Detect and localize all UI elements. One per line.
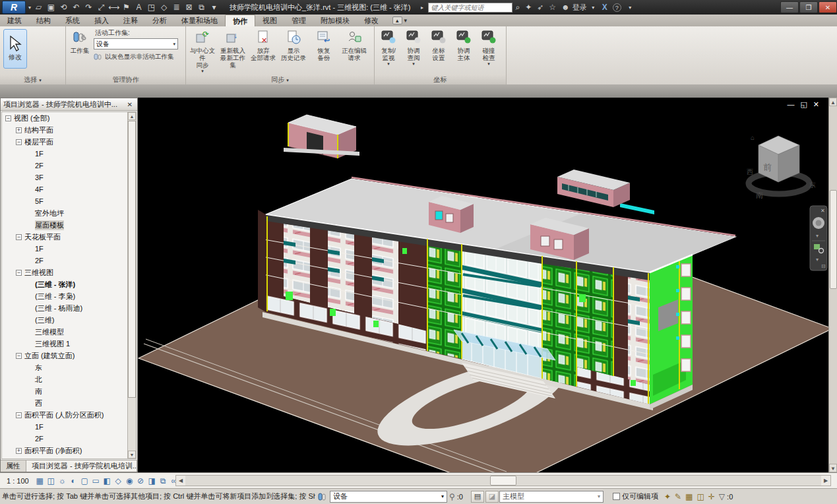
app-menu-button[interactable]: R [2, 1, 26, 14]
sync-panel-label[interactable]: 同步 ▾ [186, 75, 374, 84]
visual-style-icon[interactable]: ◫ [46, 476, 57, 486]
crop-region-icon[interactable]: ▭ [90, 476, 102, 486]
modify-button[interactable]: 修改 [3, 29, 27, 69]
tree-item[interactable]: 1F [2, 421, 136, 433]
tree-item[interactable]: (三维 - 李枭) [2, 290, 136, 302]
sign-in-arrow[interactable]: ▾ [587, 1, 600, 13]
tree-expander[interactable]: − [16, 270, 22, 276]
project-browser-tree[interactable]: −视图 (全部)+结构平面−楼层平面1F2F3F4F5F室外地坪屋面楼板−天花板… [1, 111, 137, 459]
select-panel-label[interactable]: 选择 ▾ [0, 75, 65, 84]
editing-requests-icon[interactable]: ⚲ [449, 492, 455, 501]
browser-tab-properties[interactable]: 属性 [1, 460, 26, 472]
window-close-button[interactable]: ✕ [819, 1, 837, 13]
open-file-icon[interactable]: ▱ [32, 1, 45, 13]
reveal-hidden-icon[interactable]: ◉ [124, 476, 135, 486]
sync-button-4[interactable]: ↩恢复 备份 [309, 26, 339, 74]
favorites-icon[interactable]: ☆ [549, 3, 556, 12]
help-arrow[interactable]: ▾ [624, 1, 636, 13]
user-icon[interactable]: ☻ [561, 3, 570, 12]
default-3d-view-icon[interactable]: ◳ [145, 1, 158, 13]
coord-button-1[interactable]: 协调 查阅▾ [401, 26, 426, 67]
app-menu-arrow[interactable]: ▾ [27, 1, 32, 13]
tree-item[interactable]: (三维) [2, 314, 136, 326]
horizontal-scrollbar[interactable]: ◀ ▶ [175, 475, 831, 486]
editing-requests-icon[interactable]: ✎ [675, 492, 681, 501]
title-expand-arrow[interactable]: ▸ [416, 1, 428, 13]
temporary-hide-icon[interactable]: ⊘ [135, 476, 146, 486]
communication-icon[interactable]: ➶ [537, 3, 543, 12]
ribbon-tab-建筑[interactable]: 建筑 [0, 15, 29, 26]
ribbon-tab-分析[interactable]: 分析 [145, 15, 174, 26]
section-icon[interactable]: ◇ [158, 1, 170, 13]
ribbon-tab-视图[interactable]: 视图 [255, 15, 284, 26]
close-hidden-windows-icon[interactable]: ⊠ [183, 1, 195, 13]
tree-item[interactable]: 2F [2, 255, 136, 267]
coord-button-3[interactable]: 协调 主体 [451, 26, 476, 67]
tree-item[interactable]: −立面 (建筑立面) [2, 350, 136, 362]
tree-item[interactable]: (三维 - 杨雨迪) [2, 302, 136, 314]
help-icon[interactable]: ? [613, 3, 621, 12]
sync-button-1[interactable]: ↓重新载入 最新工作集 [218, 26, 248, 74]
sync-button-3[interactable]: 显示 历史记录 [278, 26, 309, 74]
tree-expander[interactable]: + [16, 127, 22, 133]
measure-icon[interactable]: ⤢ [95, 1, 108, 13]
vertical-scrollbar[interactable]: ▲ ▼ [828, 98, 837, 472]
tree-item[interactable]: 1F [2, 243, 136, 255]
crop-visible-icon[interactable]: ◧ [102, 476, 113, 486]
shadows-icon[interactable]: ◐ [68, 476, 79, 486]
tree-item[interactable]: 南 [2, 385, 136, 397]
coord-button-4[interactable]: 碰撞 检查▾ [476, 26, 501, 67]
browser-scrollbar[interactable]: ▲ ▼ [127, 112, 136, 458]
design-options-button[interactable]: ▤ [471, 491, 484, 503]
sync-button-0[interactable]: ⟳与中心文件 同步▾ [187, 26, 218, 74]
coord-button-0[interactable]: 复制/ 监视▾ [376, 26, 401, 67]
ribbon-tab-附加模块[interactable]: 附加模块 [313, 15, 357, 26]
sync-with-central-icon[interactable]: ⟲ [57, 1, 70, 13]
tree-item[interactable]: 屋面楼板 [2, 219, 136, 231]
tree-item[interactable]: +面积平面 (净面积) [2, 445, 136, 457]
tree-item[interactable]: 三维模型 [2, 326, 136, 338]
editable-only-checkbox[interactable]: 仅可编辑项 [613, 491, 658, 501]
unresolved-icon[interactable]: ◫ [697, 492, 704, 501]
tree-expander[interactable]: − [16, 353, 22, 359]
tree-expander[interactable]: − [16, 412, 22, 418]
tree-expander[interactable]: − [16, 234, 22, 240]
text-icon[interactable]: A [133, 1, 145, 13]
ribbon-tab-修改[interactable]: 修改 [357, 15, 386, 26]
coord-button-2[interactable]: 坐标 设置 [426, 26, 451, 67]
ribbon-tab-注释[interactable]: 注释 [116, 15, 145, 26]
analytic-model-icon[interactable]: ◨ [146, 476, 158, 486]
tree-expander[interactable]: + [16, 448, 22, 454]
curtain-wall-band[interactable] [576, 261, 613, 376]
ribbon-tab-协作[interactable]: 协作 [225, 15, 255, 26]
search-input[interactable] [428, 3, 512, 13]
tree-item[interactable]: (三维 - 张洋) [2, 278, 136, 290]
warnings-icon[interactable]: ▦ [685, 492, 693, 501]
ribbon-tab-插入[interactable]: 插入 [87, 15, 116, 26]
stair-tower[interactable] [427, 239, 462, 359]
subscription-icon[interactable]: ✦ [525, 3, 532, 12]
tree-expander[interactable]: − [16, 139, 22, 145]
tree-item[interactable]: +结构平面 [2, 124, 136, 136]
constraints-icon[interactable]: ⧉ [158, 476, 169, 486]
window-minimize-button[interactable]: — [780, 1, 799, 13]
sync-button-5[interactable]: 正在编辑 请求 [339, 26, 369, 74]
east-gable[interactable] [650, 255, 693, 404]
worksharing-display-icon[interactable]: ✦ [664, 492, 671, 501]
exchange-apps-icon[interactable]: X [602, 3, 607, 12]
ribbon-tab-系统[interactable]: 系统 [58, 15, 87, 26]
sync-button-2[interactable]: ✕放弃 全部请求 [248, 26, 278, 74]
ribbon-collapse-button[interactable]: ▴▾ [392, 15, 407, 26]
browser-tab-project-browser[interactable]: 项目浏览器 - 技师学院机电培训... [26, 460, 137, 472]
tree-item[interactable]: 5F [2, 195, 136, 207]
switch-windows-icon[interactable]: ⧉ [195, 1, 208, 13]
tree-item[interactable]: 北 [2, 373, 136, 385]
tree-item[interactable]: −视图 (全部) [2, 112, 136, 124]
tree-item[interactable]: 西 [2, 397, 136, 409]
aligned-dimension-icon[interactable]: ⟷ [108, 1, 120, 13]
view-scale-button[interactable]: 1 : 100 [0, 477, 34, 485]
tree-item[interactable]: 1F [2, 148, 136, 160]
tree-item[interactable]: 室外地坪 [2, 207, 136, 219]
tree-item[interactable]: −楼层平面 [2, 136, 136, 148]
select-arrows-icon[interactable]: ✛ [708, 492, 715, 501]
